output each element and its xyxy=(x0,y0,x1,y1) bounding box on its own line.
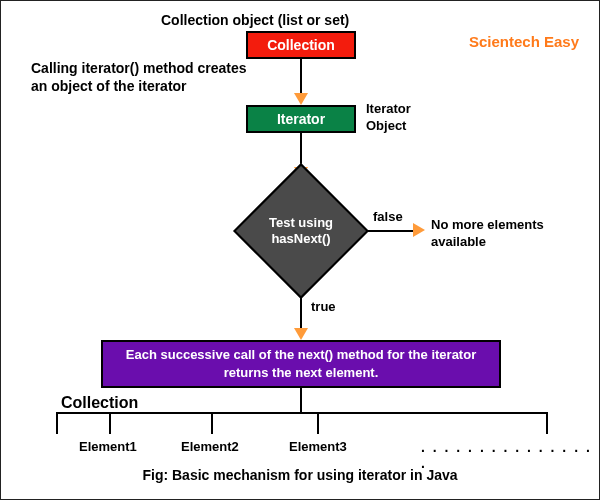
arrowhead-false xyxy=(413,223,425,237)
element-3: Element3 xyxy=(289,439,347,456)
next-method-box: Each successive call of the next() metho… xyxy=(101,340,501,388)
false-result-text: No more elements available xyxy=(431,217,581,251)
bracket-horizontal xyxy=(56,412,546,414)
diagram-canvas: Scientech Easy Collection object (list o… xyxy=(0,0,600,500)
element-2: Element2 xyxy=(181,439,239,456)
bracket-stem xyxy=(300,388,302,412)
iterator-box: Iterator xyxy=(246,105,356,133)
element-1: Element1 xyxy=(79,439,137,456)
false-label: false xyxy=(373,209,403,226)
true-label: true xyxy=(311,299,336,316)
header-label: Collection object (list or set) xyxy=(161,11,349,29)
brand-label: Scientech Easy xyxy=(469,33,579,50)
bracket-drop-2 xyxy=(211,412,213,434)
true-branch-line xyxy=(300,298,302,328)
arrow-collection-iterator xyxy=(300,59,302,93)
collection-bottom-label: Collection xyxy=(61,393,138,414)
bracket-drop-3 xyxy=(317,412,319,434)
bracket-drop-left xyxy=(56,412,58,434)
bracket-drop-right xyxy=(546,412,548,434)
arrowhead-true xyxy=(294,328,308,340)
bracket-drop-1 xyxy=(109,412,111,434)
iterator-object-label: Iterator Object xyxy=(366,101,436,135)
arrowhead-1 xyxy=(294,93,308,105)
collection-box: Collection xyxy=(246,31,356,59)
false-branch-line xyxy=(368,230,413,232)
figure-caption: Fig: Basic mechanism for using iterator … xyxy=(1,467,599,483)
decision-text: Test using hasNext() xyxy=(241,215,361,248)
calling-iterator-text: Calling iterator() method creates an obj… xyxy=(31,59,261,95)
